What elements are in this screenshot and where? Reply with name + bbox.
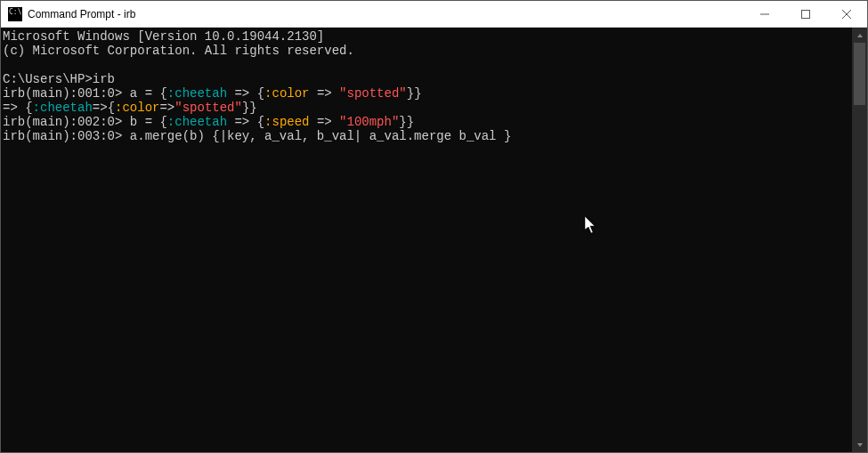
code-text: =>{ (93, 101, 115, 115)
irb-prompt-1: irb(main):001:0> (3, 86, 130, 101)
code-text: }} (407, 86, 422, 101)
scroll-down-button[interactable] (852, 437, 867, 452)
maximize-button[interactable] (785, 1, 826, 28)
ruby-key: :color (115, 101, 159, 115)
code-text: => (310, 86, 340, 101)
code-text: }} (399, 115, 414, 129)
irb-prompt-3: irb(main):003:0> (3, 129, 130, 143)
ruby-symbol: :cheetah (33, 101, 93, 115)
code-text: => { (227, 86, 264, 101)
ruby-string: "100mph" (339, 115, 399, 129)
minimize-button[interactable] (744, 1, 785, 28)
line-copyright: (c) Microsoft Corporation. All rights re… (3, 44, 354, 58)
window-title: Command Prompt - irb (28, 8, 135, 20)
line-cmd-prompt: C:\Users\HP>irb (3, 72, 115, 86)
code-text: => (310, 115, 340, 129)
titlebar[interactable]: Command Prompt - irb (1, 1, 867, 28)
command-prompt-window: Command Prompt - irb Microsoft Windows [… (0, 0, 868, 453)
code-text: b = { (130, 115, 167, 129)
code-text: => { (3, 101, 33, 115)
code-text: a.merge(b) {|key, a_val, b_val| a_val.me… (130, 129, 511, 143)
scrollbar-track[interactable] (852, 43, 867, 437)
scroll-up-button[interactable] (852, 28, 867, 43)
ruby-string: "spotted" (174, 101, 242, 115)
ruby-string: "spotted" (339, 86, 407, 101)
svg-rect-1 (802, 10, 810, 18)
terminal-output[interactable]: Microsoft Windows [Version 10.0.19044.21… (1, 28, 852, 452)
close-button[interactable] (826, 1, 867, 28)
ruby-symbol: :cheetah (167, 86, 227, 101)
cmd-icon (8, 7, 22, 21)
ruby-key: :color (264, 86, 309, 101)
ruby-symbol: :cheetah (167, 115, 227, 129)
line-winver: Microsoft Windows [Version 10.0.19044.21… (3, 29, 324, 44)
irb-prompt-2: irb(main):002:0> (3, 115, 130, 129)
code-text: a = { (130, 86, 167, 101)
code-text: }} (242, 101, 257, 115)
vertical-scrollbar[interactable] (852, 28, 867, 452)
code-text: => (159, 101, 174, 115)
client-area: Microsoft Windows [Version 10.0.19044.21… (1, 28, 867, 452)
cursor-icon (585, 216, 597, 238)
code-text: => { (227, 115, 264, 129)
ruby-key: :speed (264, 115, 309, 129)
scrollbar-thumb[interactable] (854, 43, 865, 105)
